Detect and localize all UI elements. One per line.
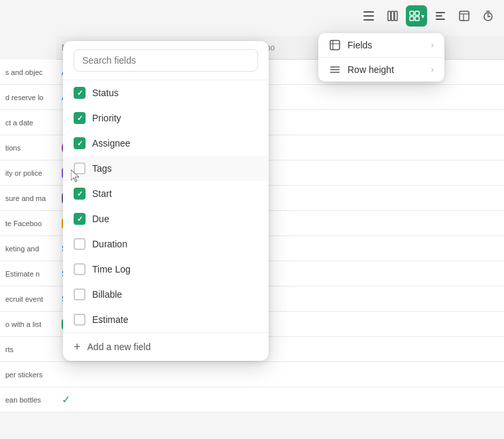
field-label: Assignee <box>92 138 131 149</box>
field-list: ✓Status✓Priority✓AssigneeTags✓Start✓DueD… <box>63 80 269 332</box>
svg-rect-9 <box>415 17 419 21</box>
table-row: per stickers <box>0 362 504 387</box>
svg-rect-5 <box>395 11 397 21</box>
svg-rect-1 <box>363 15 374 17</box>
field-label: Estimate <box>92 314 128 325</box>
field-checkbox[interactable] <box>74 288 86 300</box>
row-label: ct a date <box>0 119 56 127</box>
svg-rect-8 <box>410 17 414 21</box>
field-label: Priority <box>92 113 121 123</box>
check-mark: ✓ <box>62 393 70 406</box>
row-height-icon <box>329 64 341 75</box>
row-label: te Faceboo <box>0 220 56 227</box>
field-item[interactable]: Time Log <box>63 257 269 282</box>
field-checkbox[interactable]: ✓ <box>74 137 86 149</box>
row-label: keting and <box>0 245 56 253</box>
row-label: d reserve lo <box>0 94 56 101</box>
row-label: ity or police <box>0 169 56 177</box>
svg-rect-0 <box>363 11 374 13</box>
svg-rect-10 <box>436 12 445 13</box>
field-item[interactable]: ✓Priority <box>63 105 269 131</box>
field-checkbox[interactable]: ✓ <box>74 188 86 200</box>
row-label: ean bottles <box>0 396 56 404</box>
field-item[interactable]: ✓Due <box>63 206 269 231</box>
grid-button[interactable]: ▾ <box>406 5 427 27</box>
field-checkbox[interactable] <box>74 162 86 174</box>
row-label: tions <box>0 144 56 152</box>
fields-label: Fields <box>347 40 372 50</box>
row-height-chevron: › <box>431 65 434 74</box>
row-height-label: Row height <box>347 64 394 75</box>
field-label: Billable <box>92 289 122 300</box>
row-label: sure and ma <box>0 194 56 202</box>
add-icon: + <box>74 341 81 353</box>
row-data: ✓ <box>56 393 504 406</box>
table-button[interactable] <box>454 5 475 27</box>
field-item[interactable]: ✓Status <box>63 80 269 105</box>
field-item[interactable]: Tags <box>63 156 269 181</box>
row-height-menu-item[interactable]: Row height › <box>318 58 444 82</box>
row-label: o with a list <box>0 320 56 328</box>
fields-chevron: › <box>431 40 434 50</box>
row-label: rts <box>0 345 56 353</box>
search-box <box>63 41 269 80</box>
svg-rect-11 <box>436 15 442 17</box>
field-item[interactable]: Estimate <box>63 307 269 332</box>
field-checkbox[interactable]: ✓ <box>74 213 86 225</box>
row-label: per stickers <box>0 371 56 379</box>
field-checkbox[interactable] <box>74 263 86 275</box>
field-checkbox[interactable] <box>74 238 86 250</box>
svg-rect-3 <box>388 11 391 21</box>
menu-button[interactable] <box>358 5 379 27</box>
field-item[interactable]: Duration <box>63 231 269 257</box>
fields-icon <box>329 40 341 50</box>
field-label: Duration <box>92 239 127 249</box>
row-label: s and objec <box>0 68 56 76</box>
field-label: Time Log <box>92 264 131 275</box>
field-label: Start <box>92 188 112 199</box>
align-button[interactable] <box>430 5 451 27</box>
svg-rect-4 <box>391 11 394 21</box>
svg-rect-20 <box>330 40 340 50</box>
table-row: ean bottles✓ <box>0 387 504 412</box>
columns-button[interactable] <box>382 5 403 27</box>
add-field-row[interactable]: + Add a new field <box>63 332 269 361</box>
fields-panel: ✓Status✓Priority✓AssigneeTags✓Start✓DueD… <box>63 41 269 361</box>
field-item[interactable]: ✓Assignee <box>63 131 269 156</box>
add-field-label: Add a new field <box>88 342 151 352</box>
svg-rect-12 <box>436 19 445 20</box>
fields-menu-item[interactable]: Fields › <box>318 33 444 57</box>
svg-rect-7 <box>415 11 419 15</box>
field-item[interactable]: Billable <box>63 282 269 307</box>
field-checkbox[interactable] <box>74 314 86 326</box>
field-checkbox[interactable]: ✓ <box>74 87 86 99</box>
dropdown-panel: Fields › Row height › <box>318 33 444 82</box>
svg-rect-2 <box>363 19 374 21</box>
svg-rect-13 <box>460 11 469 21</box>
search-input[interactable] <box>74 49 258 72</box>
field-label: Status <box>92 88 119 98</box>
field-label: Due <box>92 214 109 224</box>
field-label: Tags <box>92 163 112 174</box>
toolbar: ▾ <box>358 5 499 27</box>
svg-rect-6 <box>410 11 414 15</box>
field-checkbox[interactable]: ✓ <box>74 112 86 124</box>
field-item[interactable]: ✓Start <box>63 181 269 206</box>
row-label: Estimate n <box>0 270 56 278</box>
row-label: ecruit event <box>0 295 56 303</box>
timer-button[interactable] <box>477 5 499 27</box>
